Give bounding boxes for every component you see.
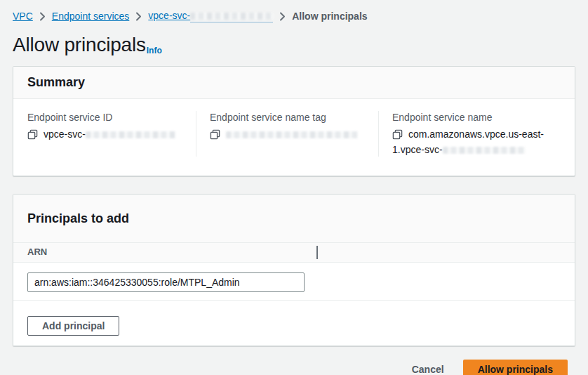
column-resize-handle[interactable] xyxy=(316,246,318,259)
breadcrumb-current: Allow principals xyxy=(292,11,367,22)
field-value: com.amazonaws.vpce.us-east-1.vpce-svc- xyxy=(392,128,549,157)
field-value xyxy=(210,128,367,143)
principals-header: Principals to add xyxy=(13,195,575,242)
chevron-right-icon xyxy=(135,12,142,21)
page-title: Allow principals xyxy=(13,33,146,57)
principals-card: Principals to add ARN Add principal xyxy=(13,194,575,346)
field-value: vpce-svc- xyxy=(27,128,185,143)
arn-input-row xyxy=(13,263,575,300)
summary-card-header: Summary xyxy=(13,67,575,99)
add-principal-button[interactable]: Add principal xyxy=(27,316,119,336)
summary-field-endpoint-service-name-tag: Endpoint service name tag xyxy=(196,111,378,157)
redacted-text xyxy=(443,143,526,157)
breadcrumb-link-vpc[interactable]: VPC xyxy=(13,11,33,22)
arn-column-label: ARN xyxy=(27,246,47,257)
field-label: Endpoint service ID xyxy=(27,111,185,124)
summary-field-endpoint-service-name: Endpoint service name com.amazonaws.vpce… xyxy=(378,111,561,157)
principals-title: Principals to add xyxy=(27,211,561,226)
chevron-right-icon xyxy=(39,12,46,21)
add-principal-row: Add principal xyxy=(13,300,575,346)
redacted-text xyxy=(190,10,273,22)
breadcrumb: VPC Endpoint services vpce-svc- Allow pr… xyxy=(13,10,575,22)
footer-actions: Cancel Allow principals xyxy=(13,360,575,375)
copy-icon[interactable] xyxy=(27,129,38,143)
field-label: Endpoint service name tag xyxy=(210,111,367,124)
summary-body: Endpoint service ID vpce-svc- Endpoint s… xyxy=(13,99,575,176)
breadcrumb-link-endpoint-services[interactable]: Endpoint services xyxy=(52,11,130,22)
page-title-row: Allow principals Info xyxy=(13,33,575,57)
breadcrumb-link-service-id[interactable]: vpce-svc- xyxy=(148,10,273,22)
content-area: VPC Endpoint services vpce-svc- Allow pr… xyxy=(0,0,588,375)
cancel-button[interactable]: Cancel xyxy=(412,364,444,375)
copy-icon[interactable] xyxy=(392,129,403,143)
arn-column-header: ARN xyxy=(13,242,575,263)
summary-card: Summary Endpoint service ID vpce-svc- En… xyxy=(13,66,575,176)
redacted-text xyxy=(86,128,175,141)
field-label: Endpoint service name xyxy=(392,111,549,124)
chevron-right-icon xyxy=(279,12,286,21)
arn-input[interactable] xyxy=(27,272,305,292)
summary-field-endpoint-service-id: Endpoint service ID vpce-svc- xyxy=(27,111,196,157)
copy-icon[interactable] xyxy=(210,129,220,143)
summary-title: Summary xyxy=(27,75,561,90)
redacted-text xyxy=(226,128,358,141)
info-link[interactable]: Info xyxy=(147,46,162,55)
allow-principals-button[interactable]: Allow principals xyxy=(463,360,568,375)
